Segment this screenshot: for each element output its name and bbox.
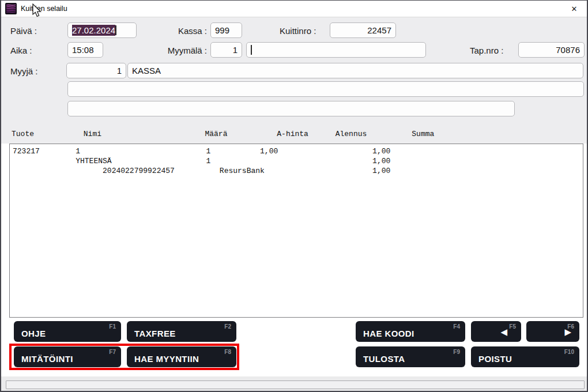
tulosta-button[interactable]: TULOSTA F9 <box>356 346 465 367</box>
paiva-selected-text: 27.02.2024 <box>72 25 115 36</box>
title-bar[interactable]: Kuittien selailu ✕ <box>1 1 587 17</box>
receipt-browse-window: Kuittien selailu ✕ Päivä : Kassa : Kuitt… <box>0 0 588 392</box>
receipt-list[interactable]: 723217 1 1 1,00 1,00 YHTEENSÄ 1 1,00 20 <box>9 144 583 318</box>
kassa-label: Kassa : <box>145 26 207 36</box>
myyja-number-input[interactable]: 1 <box>66 63 126 78</box>
window-title: Kuittien selailu <box>21 5 67 13</box>
extra-input-1[interactable] <box>67 81 584 97</box>
next-receipt-button[interactable]: ▶ F6 <box>526 321 579 342</box>
myymala-number-input[interactable]: 1 <box>210 42 242 58</box>
button-label: OHJE <box>21 329 46 338</box>
fkey-label: F2 <box>224 323 231 330</box>
ohje-button[interactable]: OHJE F1 <box>14 321 121 342</box>
aika-label: Aika : <box>10 46 32 55</box>
text-caret <box>251 45 252 55</box>
hae-koodi-button[interactable]: HAE KOODI F4 <box>356 321 465 342</box>
fkey-label: F4 <box>453 323 460 330</box>
fkey-label: F5 <box>509 323 516 330</box>
fkey-label: F10 <box>564 349 574 355</box>
fkey-label: F9 <box>453 349 460 355</box>
poistu-button[interactable]: POISTU F10 <box>471 346 579 367</box>
close-button[interactable]: ✕ <box>568 3 580 14</box>
status-bar <box>6 380 585 389</box>
previous-receipt-button[interactable]: ◀ F5 <box>471 321 521 342</box>
taxfree-button[interactable]: TAXFREE F2 <box>127 321 236 342</box>
tapnro-label: Tap.nro : <box>470 46 503 55</box>
left-arrow-icon: ◀ <box>500 327 507 337</box>
app-logo-icon <box>5 3 17 14</box>
button-label: TULOSTA <box>363 354 405 364</box>
aika-input[interactable]: 15:08 <box>67 42 103 58</box>
tapnro-input[interactable]: 70876 <box>518 42 585 58</box>
receipt-row[interactable]: 723217 1 1 1,00 1,00 <box>13 146 583 156</box>
fkey-label: F6 <box>567 323 574 330</box>
kassa-input[interactable]: 999 <box>210 22 242 38</box>
extra-input-2[interactable] <box>67 101 515 116</box>
kuittinro-label: Kuittinro : <box>280 26 316 36</box>
button-label: POISTU <box>478 354 512 364</box>
button-label: TAXFREE <box>134 329 176 338</box>
text-caret <box>115 25 116 35</box>
receipt-table-header: Tuote Nimi Määrä A-hinta Alennus Summa <box>12 130 434 138</box>
paiva-label: Päivä : <box>10 26 37 36</box>
myyja-name-input[interactable]: KASSA <box>127 63 583 78</box>
myyja-label: Myyjä : <box>10 66 38 76</box>
myymala-label: Myymälä : <box>145 46 207 55</box>
kuittinro-input[interactable]: 22457 <box>330 22 396 38</box>
button-label: HAE KOODI <box>363 329 414 338</box>
receipt-row[interactable]: YHTEENSÄ 1 1,00 <box>13 156 583 166</box>
paiva-input[interactable]: 27.02.2024 <box>67 22 137 38</box>
receipt-row[interactable]: 2024022799922457 ResursBank 1,00 <box>13 166 583 176</box>
annotation-highlight <box>9 344 239 370</box>
myymala-name-input[interactable] <box>246 42 426 58</box>
fkey-label: F1 <box>109 323 116 330</box>
